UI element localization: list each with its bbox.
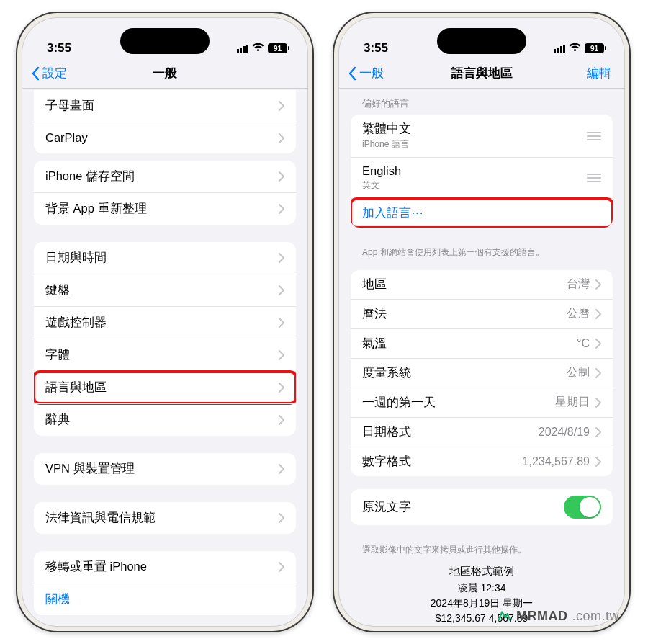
group-legal: 法律資訊與電信規範 bbox=[34, 502, 296, 534]
dynamic-island bbox=[120, 28, 210, 54]
chevron-right-icon bbox=[279, 383, 284, 393]
group-storage: iPhone 儲存空間 背景 App 重新整理 bbox=[34, 161, 296, 225]
row-keyboard[interactable]: 鍵盤 bbox=[34, 274, 296, 306]
chevron-right-icon bbox=[279, 171, 284, 182]
chevron-right-icon bbox=[279, 350, 284, 360]
row-temperature[interactable]: 氣溫 °C bbox=[351, 328, 613, 358]
back-button[interactable]: 設定 bbox=[30, 65, 67, 81]
page-title: 一般 bbox=[153, 65, 177, 81]
chevron-right-icon bbox=[595, 368, 601, 378]
screen-left: 3:55 91 設定 一般 bbox=[22, 17, 308, 627]
dynamic-island bbox=[437, 28, 526, 54]
chevron-left-icon bbox=[30, 66, 41, 81]
row-legal[interactable]: 法律資訊與電信規範 bbox=[34, 502, 296, 534]
row-number-format[interactable]: 數字格式 1,234,567.89 bbox=[351, 447, 613, 476]
row-pip[interactable]: 子母畫面 bbox=[34, 90, 296, 122]
nav-bar: 設定 一般 bbox=[22, 58, 307, 89]
row-lang-en[interactable]: English 英文 bbox=[351, 157, 613, 198]
row-vpn[interactable]: VPN 與裝置管理 bbox=[34, 453, 296, 485]
chevron-right-icon bbox=[595, 339, 601, 349]
row-live-text[interactable]: 原況文字 bbox=[351, 489, 613, 525]
chevron-right-icon bbox=[279, 253, 284, 263]
chevron-right-icon bbox=[595, 398, 601, 408]
status-time: 3:55 bbox=[364, 41, 388, 55]
chevron-right-icon bbox=[595, 457, 601, 467]
chevron-right-icon bbox=[279, 513, 284, 523]
content-right: 偏好的語言 繁體中文 iPhone 語言 English 英文 bbox=[339, 89, 624, 626]
row-lang-zh[interactable]: 繁體中文 iPhone 語言 bbox=[351, 115, 613, 157]
battery-icon: 91 bbox=[268, 43, 287, 53]
group-system: 日期與時間 鍵盤 遊戲控制器 字體 bbox=[34, 242, 296, 436]
row-region[interactable]: 地區 台灣 bbox=[351, 270, 613, 299]
row-transfer-reset[interactable]: 移轉或重置 iPhone bbox=[34, 551, 296, 583]
watermark-logo-icon bbox=[496, 608, 512, 624]
row-add-language[interactable]: 加入語言⋯ bbox=[351, 198, 613, 228]
chevron-right-icon bbox=[279, 204, 284, 214]
reorder-handle-icon[interactable] bbox=[587, 174, 601, 182]
phone-frame-right: 3:55 91 一般 語言與地區 編輯 bbox=[333, 12, 631, 632]
status-time: 3:55 bbox=[47, 41, 71, 55]
chevron-right-icon bbox=[279, 415, 284, 425]
wifi-icon bbox=[252, 41, 264, 55]
row-first-day[interactable]: 一週的第一天 星期日 bbox=[351, 388, 613, 417]
row-fonts[interactable]: 字體 bbox=[34, 339, 296, 371]
back-label: 設定 bbox=[42, 65, 67, 81]
row-language-region[interactable]: 語言與地區 bbox=[34, 371, 296, 403]
row-dictionary[interactable]: 辭典 bbox=[34, 403, 296, 436]
chevron-right-icon bbox=[279, 464, 284, 474]
group-live-text: 原況文字 bbox=[351, 489, 613, 525]
preferred-lang-header: 偏好的語言 bbox=[339, 89, 624, 115]
edit-button[interactable]: 編輯 bbox=[587, 65, 611, 81]
row-game-controller[interactable]: 遊戲控制器 bbox=[34, 306, 296, 339]
battery-icon: 91 bbox=[585, 43, 604, 53]
phone-frame-left: 3:55 91 設定 一般 bbox=[16, 12, 314, 632]
content-left: 子母畫面 CarPlay iPhone 儲存空間 背景 App 重新整理 bbox=[22, 89, 307, 626]
back-label: 一般 bbox=[359, 65, 384, 81]
group-reset: 移轉或重置 iPhone 關機 bbox=[34, 551, 296, 615]
signal-icon bbox=[554, 45, 566, 53]
live-text-toggle[interactable] bbox=[564, 496, 601, 519]
wifi-icon bbox=[569, 41, 581, 55]
group-languages: 繁體中文 iPhone 語言 English 英文 加入語言⋯ bbox=[351, 115, 613, 228]
back-button[interactable]: 一般 bbox=[346, 65, 384, 81]
chevron-left-icon bbox=[346, 66, 358, 81]
row-measurement[interactable]: 度量系統 公制 bbox=[351, 358, 613, 388]
group-vpn: VPN 與裝置管理 bbox=[34, 453, 296, 485]
watermark: MRMAD.com.tw bbox=[496, 608, 619, 624]
signal-icon bbox=[237, 45, 249, 53]
group-region-settings: 地區 台灣 曆法 公曆 氣溫 °C 度量系統 公制 bbox=[351, 270, 613, 476]
screen-right: 3:55 91 一般 語言與地區 編輯 bbox=[338, 17, 625, 627]
row-storage[interactable]: iPhone 儲存空間 bbox=[34, 161, 296, 192]
row-date-time[interactable]: 日期與時間 bbox=[34, 242, 296, 274]
chevron-right-icon bbox=[279, 133, 284, 143]
chevron-right-icon bbox=[279, 318, 284, 328]
row-date-format[interactable]: 日期格式 2024/8/19 bbox=[351, 417, 613, 447]
group-display: 子母畫面 CarPlay bbox=[34, 90, 296, 153]
nav-bar: 一般 語言與地區 編輯 bbox=[339, 58, 624, 89]
row-calendar[interactable]: 曆法 公曆 bbox=[351, 299, 613, 328]
reorder-handle-icon[interactable] bbox=[587, 132, 601, 140]
row-shutdown[interactable]: 關機 bbox=[34, 583, 296, 615]
chevron-right-icon bbox=[279, 285, 284, 295]
row-bg-refresh[interactable]: 背景 App 重新整理 bbox=[34, 192, 296, 225]
row-carplay[interactable]: CarPlay bbox=[34, 122, 296, 153]
chevron-right-icon bbox=[595, 309, 601, 319]
chevron-right-icon bbox=[595, 279, 601, 290]
chevron-right-icon bbox=[279, 101, 284, 111]
chevron-right-icon bbox=[595, 427, 601, 437]
chevron-right-icon bbox=[279, 562, 284, 572]
page-title: 語言與地區 bbox=[451, 65, 513, 81]
live-text-footer: 選取影像中的文字來拷貝或進行其他操作。 bbox=[339, 538, 624, 559]
lang-footer: App 和網站會使用列表上第一個有支援的語言。 bbox=[339, 241, 624, 261]
